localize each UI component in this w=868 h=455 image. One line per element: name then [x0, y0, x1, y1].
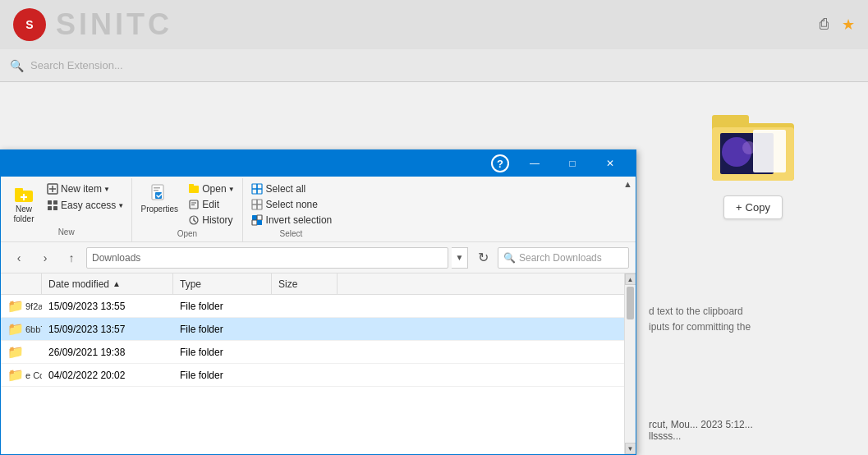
toolbar-area: ‹ › ↑ Downloads ▼ ↻ 🔍 Search Downloads: [1, 242, 636, 273]
folder-icon: 📁: [7, 298, 24, 314]
svg-rect-37: [257, 205, 262, 209]
edit-button[interactable]: Edit: [185, 197, 237, 212]
edit-icon: [187, 198, 200, 211]
file-date: 26/09/2021 19:38: [42, 347, 173, 358]
copy-label: Copy: [746, 201, 770, 214]
title-bar: ? — □ ✕: [1, 150, 636, 177]
ribbon-collapse-btn[interactable]: ▲: [623, 178, 632, 190]
back-button[interactable]: ‹: [7, 246, 30, 269]
history-button[interactable]: History: [185, 213, 237, 228]
file-row[interactable]: 📁 6bb748 15/09/2023 13:57 File folder: [1, 318, 624, 341]
scroll-down-button[interactable]: ▼: [625, 443, 636, 454]
bg-text-area: d text to the clipboardiputs for committ…: [649, 304, 846, 335]
col-header-size[interactable]: Size: [272, 273, 338, 294]
ribbon-new-group: Newfolder New item ▼: [4, 178, 132, 241]
file-list-area: Date modified ▲ Type Size 📁 9f2a61 15/09…: [1, 273, 636, 454]
folder-icon: 📁: [7, 344, 24, 360]
copy-button[interactable]: + Copy: [723, 195, 783, 219]
file-row[interactable]: 📁 e Cont... 04/02/2022 20:02 File folder: [1, 364, 624, 387]
address-bar[interactable]: Downloads: [86, 247, 448, 269]
open-button[interactable]: Open ▼: [185, 182, 237, 196]
browser-header: S SINITC ⎙ ★: [0, 0, 868, 49]
easy-access-button[interactable]: Easy access ▼: [44, 198, 126, 213]
open-edit-history-col: Open ▼ Edit: [185, 182, 237, 228]
file-type: File folder: [173, 301, 272, 312]
invert-selection-icon: [250, 214, 264, 227]
select-group-label: Select: [248, 229, 335, 240]
easy-access-label: Easy access: [61, 200, 116, 211]
file-type: File folder: [173, 370, 272, 381]
select-all-button[interactable]: Select all: [248, 182, 335, 196]
maximize-button[interactable]: □: [553, 150, 591, 177]
svg-rect-14: [48, 200, 52, 205]
select-all-icon: [250, 182, 264, 195]
select-items-col: Select all Select none: [248, 182, 335, 228]
col-header-type[interactable]: Type: [173, 273, 272, 294]
new-item-easy-access-col: New item ▼ Easy access: [44, 182, 126, 213]
column-headers: Date modified ▲ Type Size: [1, 273, 624, 295]
file-row[interactable]: 📁 9f2a61 15/09/2023 13:55 File folder: [1, 295, 624, 318]
browser-search-placeholder: Search Extension...: [30, 59, 123, 71]
new-item-arrow: ▼: [103, 186, 110, 193]
scroll-thumb[interactable]: [627, 287, 634, 319]
forward-button[interactable]: ›: [34, 246, 57, 269]
title-bar-buttons: — □ ✕: [516, 150, 629, 177]
properties-icon: [148, 182, 171, 205]
help-button[interactable]: ?: [491, 154, 509, 172]
explorer-window: ? — □ ✕ ▲: [0, 149, 636, 455]
close-button[interactable]: ✕: [591, 150, 629, 177]
svg-rect-41: [257, 220, 262, 225]
file-list-content: Date modified ▲ Type Size 📁 9f2a61 15/09…: [1, 273, 624, 454]
ribbon: ▲ Newfolder: [1, 177, 636, 242]
svg-rect-8: [15, 188, 23, 193]
minimize-button[interactable]: —: [516, 150, 553, 177]
col-header-date[interactable]: Date modified ▲: [42, 273, 173, 294]
up-button[interactable]: ↑: [60, 246, 83, 269]
properties-button[interactable]: Properties: [137, 180, 181, 216]
history-label: History: [202, 214, 232, 226]
svg-rect-16: [48, 206, 52, 210]
history-icon: [187, 214, 200, 227]
file-date: 15/09/2023 13:55: [42, 301, 173, 312]
svg-rect-30: [252, 184, 257, 189]
svg-rect-31: [257, 184, 262, 189]
svg-rect-36: [252, 205, 257, 209]
copy-plus-icon: +: [736, 201, 742, 214]
scrollbar[interactable]: ▲ ▼: [624, 273, 636, 454]
sort-arrow: ▲: [113, 279, 121, 288]
new-folder-button[interactable]: Newfolder: [6, 180, 42, 226]
select-none-button[interactable]: Select none: [248, 197, 335, 212]
open-label: Open: [202, 183, 226, 195]
scroll-up-button[interactable]: ▲: [625, 273, 636, 285]
svg-rect-20: [154, 190, 158, 191]
folder-preview: + Copy: [704, 99, 802, 230]
help-area: ?: [488, 153, 512, 174]
svg-rect-35: [257, 200, 262, 205]
col-header-name[interactable]: [1, 273, 42, 294]
invert-selection-button[interactable]: Invert selection: [248, 213, 335, 228]
bg-text-bottom: rcut, Mou... 2023 5:12... llssss...: [649, 419, 846, 442]
browser-title: SINITC: [56, 7, 172, 42]
file-row[interactable]: 📁 26/09/2021 19:38 File folder: [1, 341, 624, 364]
svg-rect-17: [53, 206, 57, 210]
invert-selection-label: Invert selection: [266, 214, 333, 226]
folder-icon: 📁: [7, 321, 24, 337]
search-box[interactable]: 🔍 Search Downloads: [498, 247, 629, 269]
new-item-button[interactable]: New item ▼: [44, 182, 126, 196]
new-item-label: New item: [61, 183, 102, 195]
star-icon[interactable]: ★: [842, 16, 855, 34]
address-dropdown-btn[interactable]: ▼: [452, 247, 468, 269]
select-none-icon: [250, 198, 264, 211]
select-none-label: Select none: [266, 199, 318, 210]
svg-line-29: [194, 220, 195, 222]
new-folder-label: Newfolder: [13, 205, 34, 224]
svg-rect-32: [252, 189, 257, 194]
refresh-button[interactable]: ↻: [471, 246, 494, 269]
file-type: File folder: [173, 324, 272, 335]
file-icon-cell: 📁: [1, 344, 42, 360]
open-arrow: ▼: [228, 186, 235, 193]
new-group-label: New: [6, 228, 126, 238]
folder-large-icon: [708, 99, 798, 189]
open-group-label: Open: [137, 229, 237, 240]
share-icon[interactable]: ⎙: [820, 16, 829, 34]
